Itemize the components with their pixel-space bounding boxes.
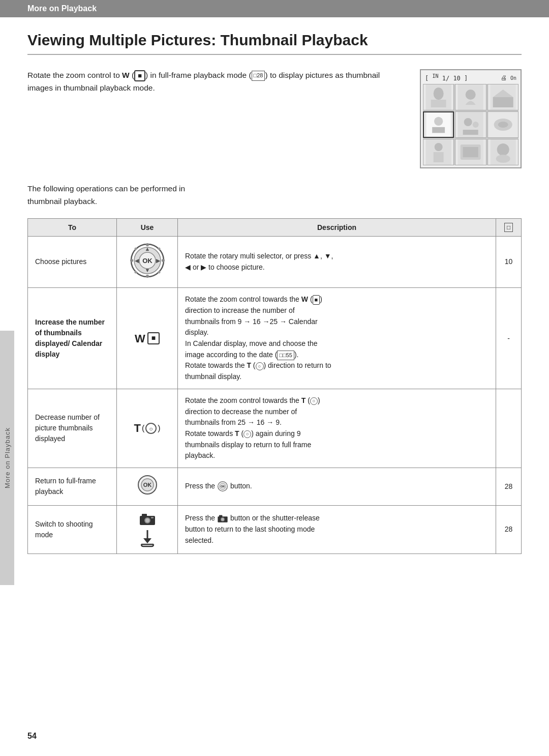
svg-point-33 [134, 271, 137, 273]
use-cell-decrease: T ( ○ ) [117, 389, 178, 468]
table-row: Increase the number of thumbnails displa… [28, 288, 522, 389]
book-ref-55: □□55 [277, 351, 294, 360]
intro-section: Rotate the zoom control to W (■) in full… [27, 69, 522, 168]
camera-lcd: [ IN 1/ 10 ] 🖨 On [420, 69, 522, 168]
col-header-use: Use [117, 218, 178, 236]
svg-point-29 [130, 259, 133, 262]
to-cell-increase: Increase the number of thumbnails displa… [28, 288, 117, 389]
svg-point-10 [464, 118, 472, 126]
page-container: More on Playback More on Playback Viewin… [0, 0, 549, 756]
sidebar: More on Playback [0, 331, 14, 585]
col-header-desc: Description [178, 218, 496, 236]
table-row: Decrease number of picture thumbnails di… [28, 389, 522, 468]
table-row: Choose pictures [28, 236, 522, 288]
to-label-choose: Choose pictures [35, 257, 86, 266]
svg-marker-53 [143, 538, 151, 543]
to-label-shoot: Switch to shooting mode [35, 520, 93, 539]
section-title: More on Playback [27, 4, 97, 13]
svg-point-23 [497, 143, 509, 156]
svg-point-15 [498, 122, 508, 128]
svg-text:OK: OK [143, 482, 151, 488]
desc-cell-increase: Rotate the zoom control towards the W (■… [178, 288, 496, 389]
ok-circle-icon: OK [137, 474, 158, 496]
magnify-small3: ○ [243, 430, 251, 438]
svg-rect-2 [431, 100, 446, 107]
ok-rotary-icon: OK ▲ ▼ ◀ ▶ [130, 243, 165, 278]
svg-point-8 [434, 117, 443, 126]
page-number: 54 [27, 732, 37, 741]
lcd-cell-3 [487, 84, 518, 110]
camera-icon [139, 512, 156, 526]
svg-point-24 [496, 155, 510, 163]
svg-rect-51 [151, 517, 154, 518]
t-zoom-symbol: T ( ○ ) [134, 420, 160, 437]
lcd-cell-9 [487, 139, 518, 165]
svg-text:OK: OK [142, 257, 152, 265]
svg-text:▶: ▶ [156, 257, 161, 264]
svg-point-30 [162, 259, 165, 262]
col-header-to: To [28, 218, 117, 236]
t-paren: ( [142, 422, 144, 434]
svg-point-11 [473, 122, 479, 128]
t-paren-close: ) [158, 422, 160, 434]
main-content: Viewing Multiple Pictures: Thumbnail Pla… [0, 17, 549, 605]
book-cell-increase: - [496, 288, 522, 389]
desc-cell-choose: Rotate the rotary multi selector, or pre… [178, 236, 496, 288]
lcd-cell-4 [423, 111, 454, 138]
svg-point-31 [134, 247, 137, 250]
table-header-row: To Use Description □ [28, 218, 522, 236]
shutter-icons [124, 512, 170, 547]
page-heading: Viewing Multiple Pictures: Thumbnail Pla… [27, 32, 522, 55]
to-cell-fullframe: Return to full-frame playback [28, 468, 117, 505]
t-desc-bold: T [247, 361, 251, 369]
svg-text:◀: ◀ [135, 257, 139, 264]
book-cell-decrease [496, 389, 522, 468]
t-letter: T [134, 420, 140, 437]
magnify-small: ○ [256, 362, 264, 370]
desc-cell-shoot: Press the button or the shutter-release … [178, 505, 496, 554]
svg-point-4 [466, 90, 476, 100]
t-desc2-bold: T [301, 396, 306, 404]
svg-point-32 [158, 247, 160, 250]
to-cell-decrease: Decrease number of picture thumbnails di… [28, 389, 117, 468]
camera-inline-icon [217, 514, 228, 523]
svg-point-17 [435, 143, 443, 151]
book-cell-shoot: 28 [496, 505, 522, 554]
svg-rect-12 [463, 130, 478, 135]
book-ref-inline: □28 [252, 71, 265, 81]
book-cell-choose: 10 [496, 236, 522, 288]
to-cell-choose: Choose pictures [28, 236, 117, 288]
ok-inline-icon: OK [217, 481, 228, 492]
lcd-cell-5 [455, 111, 486, 138]
use-cell-choose: OK ▲ ▼ ◀ ▶ [117, 236, 178, 288]
lcd-cell-2 [455, 84, 486, 110]
lcd-in-label: [ IN 1/ 10 ] [425, 73, 468, 82]
col-header-book: □ [496, 218, 522, 236]
to-label-decrease: Decrease number of picture thumbnails di… [35, 413, 100, 443]
desc-cell-decrease: Rotate the zoom control towards the T (○… [178, 389, 496, 468]
svg-point-58 [221, 518, 224, 521]
magnify-small2: ○ [310, 397, 318, 405]
following-text: The following operations can be performe… [27, 183, 522, 208]
svg-point-34 [158, 271, 160, 273]
svg-rect-18 [434, 152, 444, 162]
svg-rect-48 [142, 514, 147, 517]
svg-point-28 [146, 275, 149, 278]
operations-table: To Use Description □ Choose pictures [27, 218, 522, 554]
svg-text:▼: ▼ [144, 267, 150, 273]
svg-text:▲: ▲ [144, 246, 150, 252]
shutter-release-icon [138, 529, 157, 547]
lcd-cell-7 [423, 139, 454, 165]
use-cell-shoot [117, 505, 178, 554]
w-box-icon: ■ [147, 332, 160, 344]
lcd-cell-1 [423, 84, 454, 110]
svg-point-1 [434, 88, 444, 100]
book-cell-fullframe: 28 [496, 468, 522, 505]
t-desc3-bold: T [235, 429, 239, 438]
svg-rect-56 [219, 515, 222, 517]
to-cell-shoot: Switch to shooting mode [28, 505, 117, 554]
sidebar-label: More on Playback [4, 427, 11, 488]
lcd-cell-6 [487, 111, 518, 138]
table-row: Return to full-frame playback OK Press t… [28, 468, 522, 505]
lcd-cell-8 [455, 139, 486, 165]
